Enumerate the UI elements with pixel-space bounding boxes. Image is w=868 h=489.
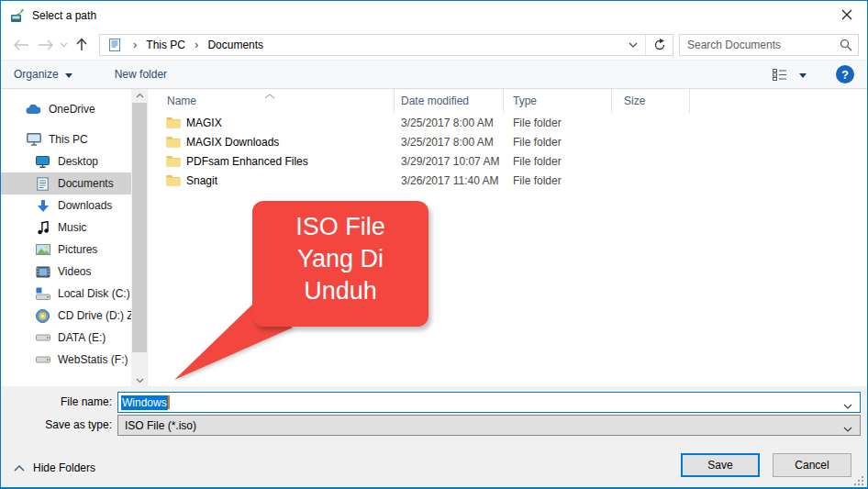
column-header-size[interactable]: Size (612, 89, 690, 113)
chevron-up-icon (14, 465, 25, 472)
onedrive-cloud-icon (26, 102, 41, 117)
app-icon (10, 8, 25, 23)
back-button[interactable] (9, 34, 33, 56)
refresh-button[interactable] (645, 35, 673, 55)
cd-drive-icon (35, 308, 50, 323)
file-name-value: Windows (121, 395, 168, 410)
sidebar-label: CD Drive (D:) ZT (58, 309, 131, 322)
change-view-button[interactable] (773, 69, 807, 81)
navigation-pane: OneDrive This PC (1, 89, 148, 387)
breadcrumb: › This PC › Documents (100, 35, 621, 55)
file-name-dropdown-icon[interactable] (843, 399, 852, 412)
sidebar-item-cd-drive-d[interactable]: CD Drive (D:) ZT (1, 305, 131, 327)
cancel-button[interactable]: Cancel (773, 453, 851, 477)
sidebar-item-music[interactable]: Music (1, 217, 131, 239)
details-view-icon (773, 69, 787, 81)
file-type: File folder (504, 117, 612, 129)
search-icon[interactable] (834, 39, 858, 51)
sidebar-item-documents[interactable]: Documents (1, 172, 131, 194)
save-dialog-window: Select a path › This PC › (0, 0, 868, 489)
music-icon (35, 220, 50, 235)
up-button[interactable] (70, 34, 94, 56)
save-as-type-label: Save as type: (1, 415, 117, 436)
hard-disk-icon (35, 330, 50, 345)
sidebar-item-this-pc[interactable]: This PC (1, 128, 131, 150)
close-button[interactable] (826, 1, 867, 28)
file-name: PDFsam Enhanced Files (186, 155, 308, 168)
breadcrumb-documents[interactable]: Documents (206, 39, 265, 51)
sidebar-item-downloads[interactable]: Downloads (1, 194, 131, 217)
file-date: 3/25/2017 8:00 AM (395, 136, 504, 149)
hide-folders-label: Hide Folders (33, 461, 95, 474)
sidebar-label: DATA (E:) (58, 331, 106, 344)
sidebar-label: Local Disk (C:) (58, 287, 130, 300)
location-document-icon (107, 38, 122, 52)
file-row[interactable]: MAGIX Downloads 3/25/2017 8:00 AM File f… (148, 132, 867, 151)
window-title: Select a path (32, 9, 96, 22)
file-row[interactable]: PDFsam Enhanced Files 3/29/2017 10:07 AM… (148, 151, 867, 171)
scrollbar-thumb[interactable] (132, 103, 147, 352)
save-as-type-dropdown-icon[interactable] (843, 422, 852, 435)
sidebar-label: Desktop (58, 155, 98, 168)
desktop-icon (35, 154, 50, 169)
this-pc-icon (26, 132, 41, 147)
folder-icon (166, 174, 181, 186)
resize-grip[interactable] (854, 476, 863, 485)
sidebar-item-onedrive[interactable]: OneDrive (1, 98, 131, 120)
address-dropdown-chevron[interactable] (621, 35, 645, 55)
file-name-label: File name: (1, 392, 117, 413)
column-header-type[interactable]: Type (504, 89, 612, 113)
help-button[interactable]: ? (836, 65, 854, 83)
file-date: 3/29/2017 10:07 AM (395, 155, 504, 168)
scroll-up-icon[interactable] (131, 89, 148, 102)
new-folder-label: New folder (115, 68, 167, 81)
search-input[interactable] (680, 39, 834, 51)
organize-button[interactable]: Organize (14, 61, 72, 88)
sidebar-item-videos[interactable]: Videos (1, 261, 131, 283)
file-type: File folder (504, 174, 612, 187)
folder-icon (166, 136, 181, 148)
file-type: File folder (504, 136, 612, 149)
command-toolbar: Organize New folder ? (1, 60, 867, 89)
file-row[interactable]: MAGIX 3/25/2017 8:00 AM File folder (148, 113, 867, 132)
callout-annotation: ISO File Yang Di Unduh (252, 201, 428, 327)
downloads-icon (35, 198, 50, 213)
sidebar-item-webstatis-f[interactable]: WebStatis (F:) (1, 349, 131, 371)
sidebar-item-data-e[interactable]: DATA (E:) (1, 327, 131, 349)
local-disk-icon (35, 286, 50, 301)
sidebar-item-local-disk-c[interactable]: Local Disk (C:) (1, 283, 131, 305)
file-row[interactable]: Snagit 3/26/2017 11:40 AM File folder (148, 171, 867, 190)
address-row: › This PC › Documents (1, 29, 867, 60)
text-cursor (168, 395, 170, 409)
content-area: OneDrive This PC (1, 89, 867, 387)
file-name-input[interactable]: Windows (117, 392, 861, 413)
recent-locations-chevron[interactable] (57, 34, 70, 56)
sidebar-label: Music (58, 221, 86, 234)
file-name: MAGIX (186, 117, 222, 129)
pictures-icon (35, 242, 50, 257)
column-headers: Name Date modified Type Size (148, 89, 867, 113)
hard-disk-icon (35, 352, 50, 367)
forward-button[interactable] (33, 34, 57, 56)
breadcrumb-this-pc[interactable]: This PC (144, 39, 187, 51)
sidebar-item-pictures[interactable]: Pictures (1, 239, 131, 261)
documents-icon (35, 176, 50, 191)
folder-icon (166, 117, 181, 128)
sidebar-scrollbar[interactable] (131, 89, 147, 387)
file-date: 3/26/2017 11:40 AM (395, 174, 504, 187)
sidebar-label: Pictures (58, 243, 97, 256)
address-bar[interactable]: › This PC › Documents (99, 34, 673, 56)
sidebar-label: Videos (58, 265, 91, 278)
sidebar-label: WebStatis (F:) (58, 353, 128, 366)
save-as-type-select[interactable]: ISO File (*.iso) (117, 415, 861, 436)
file-name: Snagit (186, 174, 217, 187)
column-header-date-modified[interactable]: Date modified (395, 89, 504, 113)
sort-ascending-icon (264, 89, 275, 102)
new-folder-button[interactable]: New folder (115, 61, 167, 88)
sidebar-item-desktop[interactable]: Desktop (1, 150, 131, 172)
save-button[interactable]: Save (681, 453, 760, 477)
scroll-down-icon[interactable] (131, 374, 148, 387)
file-name: MAGIX Downloads (186, 136, 279, 149)
hide-folders-button[interactable]: Hide Folders (14, 461, 95, 474)
organize-dropdown-icon (65, 73, 72, 78)
